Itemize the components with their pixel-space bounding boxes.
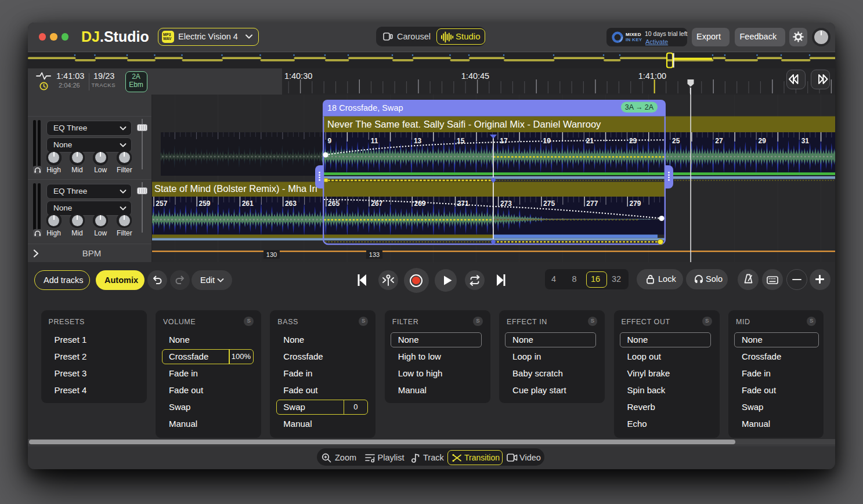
svg-text:11: 11: [371, 137, 378, 145]
svg-text:130: 130: [266, 251, 277, 258]
svg-text:31: 31: [801, 137, 810, 145]
svg-text:265: 265: [328, 200, 340, 208]
svg-text:29: 29: [759, 137, 767, 145]
svg-text:13: 13: [414, 137, 422, 145]
svg-text:275: 275: [543, 200, 555, 208]
svg-text:277: 277: [586, 200, 598, 208]
svg-text:259: 259: [199, 200, 211, 208]
svg-text:271: 271: [457, 200, 469, 208]
svg-text:21: 21: [586, 137, 594, 145]
svg-text:279: 279: [630, 200, 641, 208]
svg-text:17: 17: [500, 137, 508, 145]
svg-text:9: 9: [328, 137, 332, 145]
svg-text:23: 23: [629, 137, 637, 145]
svg-text:133: 133: [369, 251, 380, 258]
svg-text:27: 27: [715, 137, 723, 145]
svg-text:263: 263: [285, 200, 297, 208]
svg-text:25: 25: [672, 137, 680, 145]
svg-text:State of Mind (Bolster Remix): State of Mind (Bolster Remix) - Mha Iri: [154, 183, 317, 194]
svg-text:3A → 2A: 3A → 2A: [625, 103, 654, 111]
svg-text:18 Crossfade, Swap: 18 Crossfade, Swap: [327, 103, 403, 113]
svg-text:15: 15: [457, 137, 465, 145]
svg-text:269: 269: [414, 200, 426, 208]
svg-text:261: 261: [242, 200, 254, 208]
svg-text:Never The Same feat. Sally Sai: Never The Same feat. Sally Saifi - Origi…: [327, 119, 601, 129]
svg-text:257: 257: [156, 200, 167, 208]
